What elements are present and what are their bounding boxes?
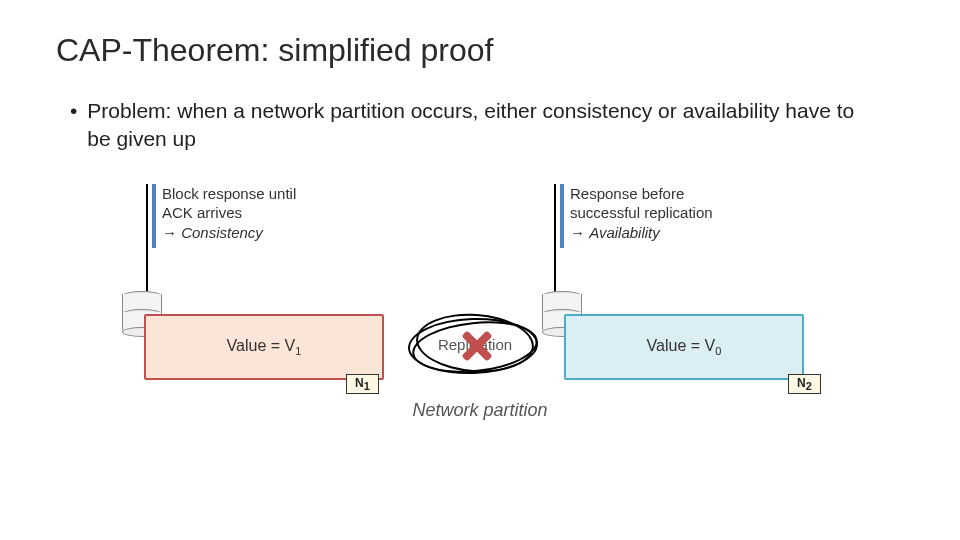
- node-1: Value = V1: [144, 314, 384, 380]
- node-value: Value = V1: [227, 337, 302, 357]
- callout-availability: Response before successful replication →…: [560, 184, 770, 248]
- slide: CAP-Theorem: simplified proof • Problem:…: [0, 0, 960, 540]
- callout-text: Response before successful replication →…: [570, 184, 770, 243]
- callout-bar-outer: [554, 184, 556, 248]
- node-tag-n2: N2: [788, 374, 821, 394]
- value-subscript: 0: [715, 345, 721, 357]
- bullet-item: • Problem: when a network partition occu…: [56, 97, 904, 154]
- callout-line: Response before: [570, 184, 770, 204]
- callout-bar-inner: [560, 184, 564, 248]
- value-subscript: 1: [295, 345, 301, 357]
- callout-line: Block response until: [162, 184, 352, 204]
- tag-prefix: N: [797, 376, 806, 390]
- partition-caption: Network partition: [110, 400, 850, 421]
- bullet-text: Problem: when a network partition occurs…: [87, 97, 867, 154]
- bullet-dot: •: [70, 97, 77, 154]
- callout-line: successful replication: [570, 203, 770, 223]
- callout-bar-inner: [152, 184, 156, 248]
- tag-subscript: 1: [364, 380, 370, 392]
- node-value: Value = V0: [647, 337, 722, 357]
- callout-line: → Consistency: [162, 223, 352, 243]
- value-prefix: Value = V: [227, 337, 296, 354]
- callout-consistency: Block response until ACK arrives → Consi…: [152, 184, 352, 248]
- tag-subscript: 2: [806, 380, 812, 392]
- arrow-glyph: →: [162, 224, 181, 241]
- callout-text: Block response until ACK arrives → Consi…: [162, 184, 352, 243]
- arrow-glyph: →: [570, 224, 589, 241]
- x-icon: [459, 330, 491, 362]
- callout-emph: Consistency: [181, 224, 263, 241]
- callout-emph: Availability: [589, 224, 660, 241]
- tag-prefix: N: [355, 376, 364, 390]
- callout-bar-outer: [146, 184, 148, 248]
- node-tag-n1: N1: [346, 374, 379, 394]
- diagram: Block response until ACK arrives → Consi…: [110, 184, 850, 444]
- node-2: Value = V0: [564, 314, 804, 380]
- value-prefix: Value = V: [647, 337, 716, 354]
- callout-line: → Availability: [570, 223, 770, 243]
- slide-title: CAP-Theorem: simplified proof: [56, 32, 904, 69]
- replication-broken: Replication: [406, 314, 544, 378]
- callout-line: ACK arrives: [162, 203, 352, 223]
